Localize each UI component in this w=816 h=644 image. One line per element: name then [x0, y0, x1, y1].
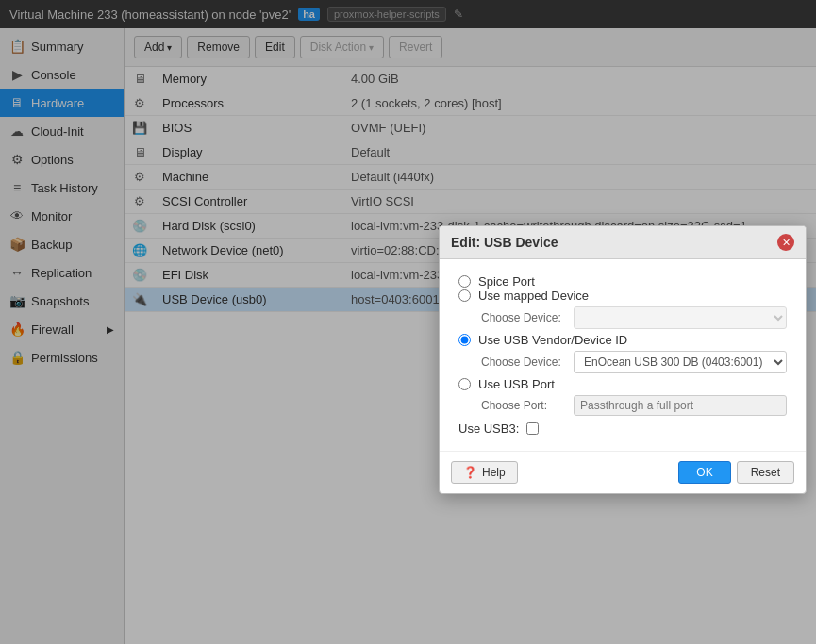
vendor-device-row: Use USB Vendor/Device ID [458, 333, 787, 347]
modal-footer: ❓ Help OK Reset [440, 451, 806, 493]
footer-buttons: OK Reset [678, 461, 794, 484]
port-choose-row: Choose Port: [481, 395, 787, 416]
help-label: Help [482, 466, 506, 479]
usb-port-row: Use USB Port [458, 377, 787, 391]
modal-overlay: Edit: USB Device ✕ Spice Port Use mapped… [0, 0, 816, 644]
usb3-checkbox[interactable] [526, 422, 539, 435]
vendor-choose-label: Choose Device: [481, 355, 566, 369]
port-choose-input [574, 395, 787, 416]
vendor-device-radio[interactable] [458, 334, 471, 346]
reset-button[interactable]: Reset [737, 461, 794, 484]
mapped-device-select [574, 306, 787, 329]
vendor-device-label: Use USB Vendor/Device ID [478, 333, 627, 347]
usb-port-label: Use USB Port [478, 377, 555, 391]
modal-header: Edit: USB Device ✕ [440, 226, 806, 259]
modal-close-button[interactable]: ✕ [777, 234, 794, 251]
vendor-device-select[interactable]: EnOcean USB 300 DB (0403:6001) [574, 351, 787, 373]
port-choose-label: Choose Port: [481, 399, 566, 412]
modal-body: Spice Port Use mapped Device Choose Devi… [440, 259, 806, 451]
ok-button[interactable]: OK [678, 461, 730, 484]
mapped-choose-label: Choose Device: [481, 311, 566, 324]
usb-port-radio[interactable] [458, 378, 471, 390]
usb3-row: Use USB3: [458, 421, 787, 436]
spice-port-row: Spice Port [458, 274, 787, 289]
mapped-choose-row: Choose Device: [481, 306, 787, 329]
help-button[interactable]: ❓ Help [451, 461, 518, 484]
spice-port-radio[interactable] [458, 275, 471, 288]
spice-port-label: Spice Port [478, 274, 535, 289]
modal-title: Edit: USB Device [451, 235, 558, 250]
mapped-device-radio[interactable] [458, 289, 471, 302]
usb3-label: Use USB3: [458, 421, 519, 436]
mapped-device-row: Use mapped Device [458, 289, 787, 303]
help-icon: ❓ [463, 466, 477, 479]
vendor-choose-row: Choose Device: EnOcean USB 300 DB (0403:… [481, 351, 787, 373]
mapped-device-label: Use mapped Device [478, 289, 589, 303]
edit-usb-device-modal: Edit: USB Device ✕ Spice Port Use mapped… [439, 225, 807, 494]
